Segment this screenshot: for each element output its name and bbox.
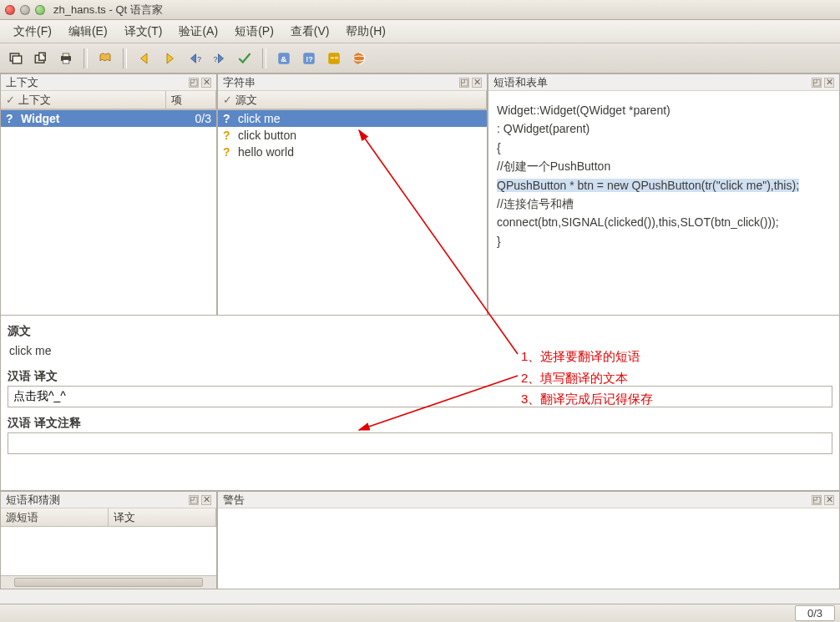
prev-icon[interactable] [134, 48, 155, 69]
window-title: zh_hans.ts - Qt 语言家 [53, 3, 163, 18]
translation-label: 汉语 译文 [8, 369, 832, 384]
panel-float-icon[interactable]: ◰ [189, 78, 199, 88]
guesses-col-source[interactable]: 源短语 [1, 508, 109, 527]
validate-phrases-icon[interactable]: “” [323, 48, 345, 69]
source-text: click me [9, 344, 831, 357]
svg-rect-1 [13, 56, 22, 63]
print-icon[interactable] [55, 48, 77, 69]
strings-panel: 字符串 ◰ ✕ ✓源文 ?click me?click button?hello… [217, 73, 488, 316]
validate-placemarkers-icon[interactable] [348, 48, 370, 69]
panel-close-icon[interactable]: ✕ [824, 495, 834, 505]
string-row[interactable]: ?click me [218, 110, 487, 127]
minimize-window-button[interactable] [20, 5, 30, 15]
menu-help[interactable]: 帮助(H) [337, 22, 393, 42]
panel-float-icon[interactable]: ◰ [459, 78, 469, 88]
svg-text:?: ? [214, 54, 218, 63]
panel-close-icon[interactable]: ✕ [472, 78, 482, 88]
menu-view[interactable]: 查看(V) [282, 22, 338, 42]
save-icon[interactable] [30, 48, 52, 69]
svg-rect-3 [39, 53, 46, 60]
validate-accelerators-icon[interactable]: & [273, 48, 295, 69]
validate-punctuation-icon[interactable]: !? [298, 48, 320, 69]
strings-panel-title: 字符串 [223, 75, 256, 90]
panel-float-icon[interactable]: ◰ [812, 78, 822, 88]
panel-close-icon[interactable]: ✕ [201, 495, 211, 505]
phrases-panel-title: 短语和表单 [493, 75, 548, 90]
guesses-panel: 短语和猜测 ◰ ✕ 源短语 译文 [0, 491, 217, 589]
guesses-panel-title: 短语和猜测 [6, 493, 60, 508]
panel-close-icon[interactable]: ✕ [824, 78, 834, 88]
mark-done-icon[interactable] [234, 48, 256, 69]
svg-text:“”: “” [331, 53, 339, 63]
panel-close-icon[interactable]: ✕ [201, 78, 211, 88]
warnings-panel: 警告 ◰ ✕ [217, 491, 840, 589]
context-col-items[interactable]: 项 [166, 91, 216, 109]
guesses-col-trans[interactable]: 译文 [109, 508, 216, 527]
svg-text:&: & [281, 53, 286, 63]
context-col-context[interactable]: ✓上下文 [1, 91, 166, 109]
toolbar: ? ? & !? “” [0, 43, 840, 73]
menu-validation[interactable]: 验证(A) [170, 22, 226, 42]
panel-float-icon[interactable]: ◰ [189, 495, 199, 505]
phrases-forms-panel: 短语和表单 ◰ ✕ Widget::Widget(QWidget *parent… [488, 73, 840, 316]
menu-file[interactable]: 文件(F) [5, 22, 60, 42]
translation-input[interactable] [8, 386, 832, 407]
comment-input[interactable] [8, 432, 832, 454]
statusbar: 0/3 [0, 604, 840, 622]
warnings-list [218, 508, 839, 589]
phrasebook-icon[interactable] [94, 48, 116, 69]
string-row[interactable]: ?hello world [218, 144, 487, 160]
window-controls [5, 5, 45, 15]
horizontal-scrollbar[interactable] [1, 575, 216, 589]
source-label: 源文 [8, 324, 832, 339]
svg-rect-6 [63, 59, 69, 63]
open-file-icon[interactable] [5, 48, 27, 69]
svg-text:!?: !? [306, 54, 313, 63]
svg-rect-5 [63, 53, 69, 57]
svg-text:?: ? [197, 54, 201, 63]
next-icon[interactable] [159, 48, 180, 69]
strings-list[interactable]: ?click me?click button?hello world [218, 109, 487, 315]
warnings-panel-title: 警告 [223, 493, 245, 508]
string-row[interactable]: ?click button [218, 127, 487, 144]
titlebar: zh_hans.ts - Qt 语言家 [0, 0, 840, 20]
context-row-widget[interactable]: ? Widget 0/3 [1, 110, 216, 127]
next-unfinished-icon[interactable]: ? [209, 48, 230, 69]
menu-translation[interactable]: 译文(T) [116, 22, 171, 42]
comment-label: 汉语 译文注释 [8, 416, 832, 431]
guesses-list[interactable] [1, 527, 216, 575]
context-panel: 上下文 ◰ ✕ ✓上下文 项 ? Widget 0/3 [0, 73, 217, 316]
menu-phrases[interactable]: 短语(P) [226, 22, 282, 42]
menubar: 文件(F) 编辑(E) 译文(T) 验证(A) 短语(P) 查看(V) 帮助(H… [0, 20, 840, 43]
context-list[interactable]: ? Widget 0/3 [1, 109, 216, 315]
strings-col-source[interactable]: ✓源文 [218, 91, 487, 109]
prev-unfinished-icon[interactable]: ? [184, 48, 205, 69]
translation-editor: 源文 click me 汉语 译文 汉语 译文注释 [0, 316, 840, 491]
maximize-window-button[interactable] [35, 5, 45, 15]
menu-edit[interactable]: 编辑(E) [60, 22, 116, 42]
panel-float-icon[interactable]: ◰ [812, 495, 822, 505]
status-counter: 0/3 [795, 605, 835, 621]
context-panel-title: 上下文 [6, 75, 38, 90]
close-window-button[interactable] [5, 5, 15, 15]
source-code-view: Widget::Widget(QWidget *parent) : QWidge… [488, 91, 839, 315]
